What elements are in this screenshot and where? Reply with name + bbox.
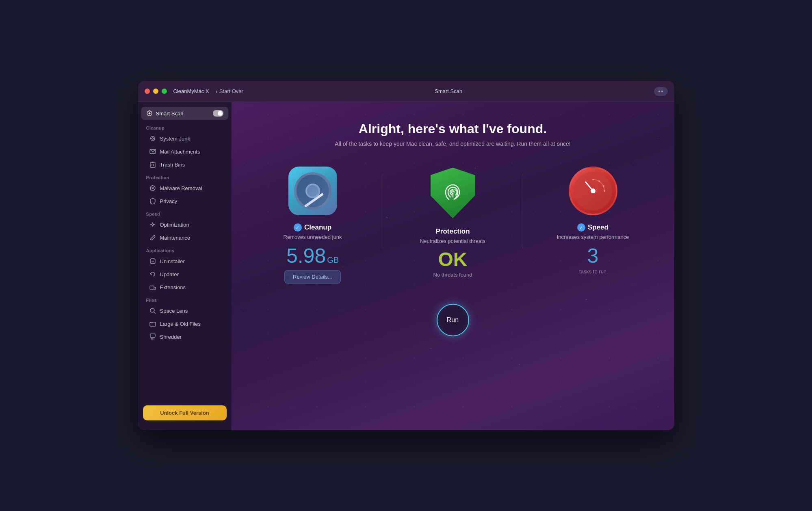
cleanup-card: ✓ Cleanup Removes unneeded junk 5.98 GB … <box>256 167 370 284</box>
sidebar-item-maintenance[interactable]: Maintenance <box>141 232 228 244</box>
trash-bins-label: Trash Bins <box>160 162 185 168</box>
space-lens-icon <box>149 307 156 314</box>
mail-icon <box>149 148 156 155</box>
cleanup-value-row: 5.98 GB <box>286 246 339 266</box>
titlebar: CleanMyMac X ‹ Start Over Smart Scan <box>138 81 674 102</box>
app-window: CleanMyMac X ‹ Start Over Smart Scan <box>138 81 674 430</box>
protection-value: OK <box>438 250 468 269</box>
smart-scan-toggle[interactable] <box>213 110 223 117</box>
back-label: Start Over <box>219 88 243 94</box>
sidebar-item-system-junk[interactable]: System Junk <box>141 132 228 145</box>
cleanup-unit: GB <box>327 256 339 264</box>
large-old-files-label: Large & Old Files <box>160 321 201 327</box>
cleanup-section-label: Cleanup <box>138 121 232 132</box>
speed-value: 3 <box>587 246 599 266</box>
svg-rect-23 <box>150 286 154 289</box>
shredder-label: Shredder <box>160 334 182 340</box>
smart-scan-label: Smart Scan <box>156 110 184 117</box>
decoration <box>431 348 431 349</box>
large-files-icon <box>149 320 156 327</box>
decoration <box>519 364 520 365</box>
decoration <box>586 299 587 300</box>
sidebar-item-privacy[interactable]: Privacy <box>141 195 228 207</box>
maintenance-label: Maintenance <box>160 235 190 241</box>
speed-title: Speed <box>588 223 608 232</box>
minimize-button[interactable] <box>153 89 158 94</box>
sidebar-item-smart-scan[interactable]: Smart Scan <box>141 107 228 120</box>
maintenance-icon <box>149 234 156 241</box>
sidebar-item-trash-bins[interactable]: Trash Bins <box>141 158 228 171</box>
review-details-button[interactable]: Review Details... <box>284 270 341 284</box>
speed-card-icon <box>569 167 617 215</box>
sidebar-item-optimization[interactable]: Optimization <box>141 219 228 231</box>
malware-removal-label: Malware Removal <box>160 185 202 191</box>
sidebar-item-mail-attachments[interactable]: Mail Attachments <box>141 145 228 158</box>
speedometer-inner <box>574 172 612 210</box>
protection-description: Neutralizes potential threats <box>420 238 485 244</box>
sidebar-item-shredder[interactable]: Shredder <box>141 331 228 343</box>
back-button[interactable]: ‹ Start Over <box>216 88 243 95</box>
protection-title: Protection <box>435 227 470 236</box>
unlock-btn-wrapper: Unlock Full Version <box>138 399 232 427</box>
titlebar-right <box>654 87 668 96</box>
dot-icon <box>658 91 660 92</box>
cleanup-value: 5.98 <box>286 246 326 266</box>
unlock-full-version-button[interactable]: Unlock Full Version <box>143 405 227 420</box>
system-junk-icon <box>149 135 156 142</box>
updater-icon <box>149 271 156 277</box>
svg-point-4 <box>152 138 154 139</box>
titlebar-title: Smart Scan <box>435 88 462 94</box>
svg-point-35 <box>604 190 605 192</box>
cleanup-card-icon <box>288 167 337 215</box>
cleanup-description: Removes unneeded junk <box>284 234 342 240</box>
titlebar-center: Smart Scan <box>243 88 654 94</box>
traffic-lights <box>145 89 167 94</box>
cards-row: ✓ Cleanup Removes unneeded junk 5.98 GB … <box>256 167 650 284</box>
sidebar-item-large-old-files[interactable]: Large & Old Files <box>141 318 228 330</box>
svg-point-33 <box>598 180 600 182</box>
sidebar-item-malware-removal[interactable]: Malware Removal <box>141 182 228 194</box>
main-heading: Alright, here's what I've found. <box>359 121 547 136</box>
updater-label: Updater <box>160 271 179 277</box>
maximize-button[interactable] <box>162 89 167 94</box>
close-button[interactable] <box>145 89 150 94</box>
sidebar-item-updater[interactable]: Updater <box>141 268 228 280</box>
speedometer-center-dot <box>591 188 595 193</box>
uninstaller-icon <box>149 258 156 264</box>
sidebar: Smart Scan Cleanup System Junk <box>138 102 232 430</box>
main-subtitle: All of the tasks to keep your Mac clean,… <box>335 141 571 147</box>
smart-scan-left: Smart Scan <box>146 110 184 117</box>
chevron-left-icon: ‹ <box>216 88 218 95</box>
extensions-icon <box>149 284 156 290</box>
fingerprint-svg <box>441 181 465 205</box>
speed-title-row: ✓ Speed <box>577 223 608 232</box>
run-button[interactable]: Run <box>437 304 469 336</box>
svg-point-32 <box>592 179 594 180</box>
protection-title-row: Protection <box>435 227 470 236</box>
speed-sub: tasks to run <box>579 268 606 275</box>
divider <box>523 175 523 248</box>
sidebar-item-extensions[interactable]: Extensions <box>141 281 228 293</box>
disk-arm <box>304 193 324 208</box>
svg-point-20 <box>152 224 154 225</box>
mail-attachments-label: Mail Attachments <box>160 149 200 155</box>
extensions-label: Extensions <box>160 284 186 290</box>
privacy-label: Privacy <box>160 198 178 204</box>
more-options-button[interactable] <box>654 87 668 96</box>
optimization-icon <box>149 221 156 228</box>
optimization-label: Optimization <box>160 222 189 228</box>
system-junk-label: System Junk <box>160 136 190 142</box>
svg-rect-27 <box>150 334 155 337</box>
protection-section-label: Protection <box>138 171 232 182</box>
protection-card-icon <box>429 167 477 219</box>
sidebar-item-uninstaller[interactable]: Uninstaller <box>141 255 228 267</box>
malware-icon <box>149 185 156 191</box>
main-content: Smart Scan Cleanup System Junk <box>138 102 674 430</box>
speed-description: Increases system performance <box>557 234 629 240</box>
cleanup-check-icon: ✓ <box>294 223 302 232</box>
sidebar-item-space-lens[interactable]: Space Lens <box>141 305 228 317</box>
space-lens-label: Space Lens <box>160 308 188 314</box>
protection-card: Protection Neutralizes potential threats… <box>396 167 510 278</box>
app-title: CleanMyMac X <box>173 88 209 94</box>
speed-section-label: Speed <box>138 208 232 218</box>
